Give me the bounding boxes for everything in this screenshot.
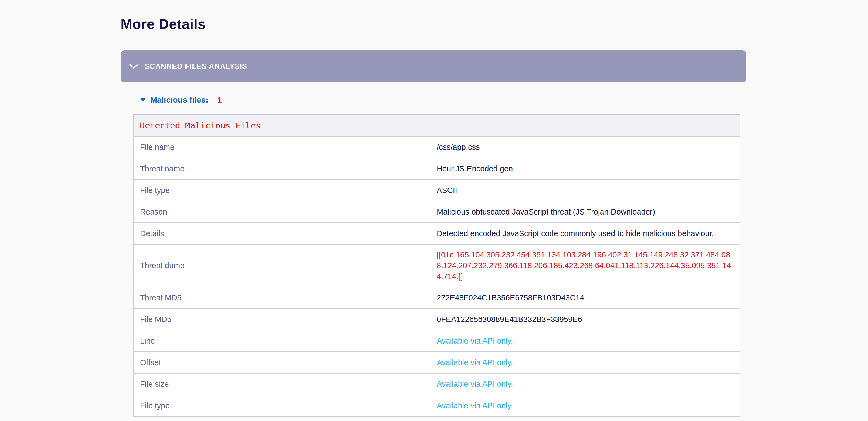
row-value: 272E48F024C1B356E6758FB103D43C14 <box>437 287 740 309</box>
row-label: File name <box>133 136 437 158</box>
table-row: Threat nameHeur.JS.Encoded.gen <box>133 158 740 180</box>
caret-down-icon <box>141 98 146 102</box>
table-row: File sizeAvailable via API only. <box>133 373 740 395</box>
row-label: Threat MD5 <box>133 287 437 309</box>
table-row: File typeAvailable via API only. <box>133 395 740 416</box>
row-label: File MD5 <box>133 309 437 330</box>
row-label: Line <box>133 330 437 352</box>
row-value: [[01c.165.104.305.232.454.351.134.103.28… <box>437 244 740 287</box>
row-label: Threat dump <box>133 244 437 287</box>
chevron-down-icon <box>129 63 139 69</box>
row-value: Available via API only. <box>437 373 740 395</box>
malicious-files-label: Malicious files: <box>150 95 208 104</box>
malicious-files-count: 1 <box>217 95 222 104</box>
row-value: Heur.JS.Encoded.gen <box>437 158 740 180</box>
table-row: DetailsDetected encoded JavaScript code … <box>133 223 740 244</box>
table-row: ReasonMalicious obfuscated JavaScript th… <box>133 201 740 223</box>
table-row: File typeASCII <box>133 180 740 201</box>
row-value: /css/app.css <box>437 136 740 158</box>
table-row: Threat dump[[01c.165.104.305.232.454.351… <box>133 244 740 287</box>
row-label: File size <box>133 373 437 395</box>
table-row: File name/css/app.css <box>133 136 740 158</box>
table-row: LineAvailable via API only. <box>133 330 740 352</box>
row-label: File type <box>133 180 437 201</box>
row-value: Available via API only. <box>437 395 740 416</box>
table-row: File MD50FEA12265630889E41B332B3F33959E6 <box>133 309 740 330</box>
row-label: Offset <box>133 352 437 373</box>
table-row: OffsetAvailable via API only. <box>133 352 740 373</box>
row-label: Details <box>133 223 437 244</box>
row-value: Available via API only. <box>437 330 740 352</box>
row-value: Available via API only. <box>437 352 740 373</box>
row-value: ASCII <box>437 180 740 201</box>
table-body: File name/css/app.cssThreat nameHeur.JS.… <box>133 136 740 416</box>
row-label: Threat name <box>133 158 437 180</box>
page-title: More Details <box>121 16 746 32</box>
accordion-title: SCANNED FILES ANALYSIS <box>145 62 247 71</box>
row-value: Detected encoded JavaScript code commonl… <box>437 223 740 244</box>
more-details-section: More Details SCANNED FILES ANALYSIS Mali… <box>121 0 746 417</box>
scanned-files-analysis-header[interactable]: SCANNED FILES ANALYSIS <box>121 51 746 82</box>
table-row: Threat MD5272E48F024C1B356E6758FB103D43C… <box>133 287 740 309</box>
table-title-row: Detected Malicious Files <box>133 115 740 136</box>
malicious-file-table: Detected Malicious Files File name/css/a… <box>133 115 740 417</box>
row-label: Reason <box>133 201 437 223</box>
row-value: Malicious obfuscated JavaScript threat (… <box>437 201 740 223</box>
row-label: File type <box>133 395 437 416</box>
malicious-files-toggle[interactable]: Malicious files: 1 <box>141 95 746 104</box>
table-title: Detected Malicious Files <box>133 115 740 136</box>
row-value: 0FEA12265630889E41B332B3F33959E6 <box>437 309 740 330</box>
